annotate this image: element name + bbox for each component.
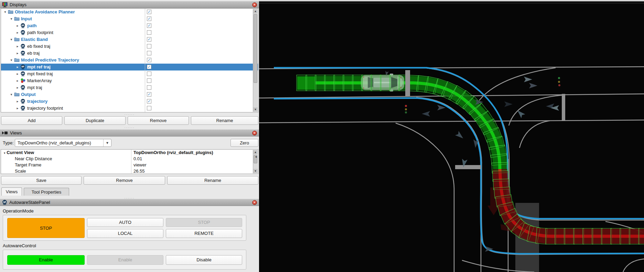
- close-icon[interactable]: ✕: [252, 2, 257, 7]
- chevron-down-icon[interactable]: ▾: [3, 9, 7, 15]
- scroll-down-icon[interactable]: ▼: [253, 107, 258, 112]
- rename-button[interactable]: Rename: [191, 116, 258, 125]
- scroll-up-icon[interactable]: ▲: [253, 150, 258, 154]
- tree-row[interactable]: ▾Obstacle Avoidance Planner✓: [1, 9, 258, 15]
- chevron-right-icon[interactable]: ▸: [15, 43, 20, 50]
- tree-row[interactable]: ▸path footprint: [1, 29, 258, 36]
- checkbox[interactable]: ✓: [147, 23, 151, 28]
- tree-row[interactable]: ▾Elastic Band✓: [1, 36, 258, 43]
- tree-row[interactable]: ▸mpt traj: [1, 84, 258, 91]
- save-button[interactable]: Save: [1, 176, 82, 185]
- disable-button[interactable]: Disable: [166, 255, 242, 265]
- tree-item-label: trajectory: [27, 98, 47, 105]
- chevron-right-icon[interactable]: ▸: [15, 64, 20, 70]
- tree-row[interactable]: ▾Output✓: [1, 91, 258, 98]
- close-icon[interactable]: ✕: [252, 131, 257, 135]
- checkbox[interactable]: [147, 44, 151, 48]
- property-row[interactable]: Target Frameviewer: [1, 162, 258, 168]
- chevron-down-icon[interactable]: ▾: [9, 57, 13, 64]
- tree-row[interactable]: ▸MarkerArray: [1, 77, 258, 84]
- scrollbar-thumb[interactable]: [254, 14, 257, 83]
- views-panel-titlebar[interactable]: Views ✕: [0, 129, 259, 137]
- displays-panel-title: Displays: [10, 2, 26, 7]
- close-icon[interactable]: ✕: [252, 200, 257, 205]
- property-name: ▾ Current View: [1, 150, 133, 156]
- chevron-right-icon[interactable]: ▸: [15, 98, 20, 105]
- remove-button[interactable]: Remove: [128, 116, 189, 125]
- duplicate-button[interactable]: Duplicate: [64, 116, 126, 125]
- property-row[interactable]: Near Clip Distance0.01: [1, 156, 258, 162]
- remove-button[interactable]: Remove: [84, 176, 165, 185]
- autoware-display-icon: [20, 30, 25, 35]
- tab-views[interactable]: Views: [1, 187, 22, 196]
- chevron-right-icon[interactable]: ▸: [15, 84, 20, 91]
- autoware-display-icon: [20, 51, 25, 56]
- enable-state-button[interactable]: Enable: [7, 255, 85, 265]
- stop-button-disabled[interactable]: STOP: [166, 218, 242, 227]
- property-value: 0.01: [131, 156, 253, 162]
- tree-row[interactable]: ▸eb traj: [1, 50, 258, 57]
- tree-item-label: Model Predictive Trajectory: [21, 57, 79, 64]
- checkbox[interactable]: ✓: [147, 10, 151, 14]
- chevron-down-icon[interactable]: ▾: [9, 15, 13, 22]
- checkbox[interactable]: ✓: [147, 58, 151, 62]
- panel-collapse-arrow[interactable]: ◂: [255, 154, 257, 159]
- splitter-handle[interactable]: ······: [0, 113, 259, 116]
- tree-row[interactable]: ▸mpt ref traj✓: [1, 64, 258, 70]
- chevron-right-icon[interactable]: ▸: [15, 22, 20, 29]
- tree-row[interactable]: ▸path✓: [1, 22, 258, 29]
- checkbox[interactable]: [147, 30, 151, 35]
- checkbox[interactable]: [147, 51, 151, 55]
- tree-row[interactable]: ▸trajectory footprint: [1, 105, 258, 112]
- chevron-down-icon: ▼: [103, 139, 111, 146]
- tree-row[interactable]: ▸mpt fixed traj: [1, 70, 258, 77]
- local-button[interactable]: LOCAL: [87, 229, 163, 238]
- tree-row[interactable]: ▾Input✓: [1, 15, 258, 22]
- checkbox[interactable]: ✓: [147, 99, 151, 104]
- scroll-up-icon[interactable]: ▲: [253, 9, 258, 13]
- tree-row[interactable]: ▾Model Predictive Trajectory✓: [1, 57, 258, 64]
- property-row[interactable]: Scale26.55: [1, 168, 258, 174]
- view-type-value: TopDownOrtho (rviz_default_plugins): [18, 140, 91, 145]
- tree-row[interactable]: ▸eb fixed traj: [1, 43, 258, 50]
- auto-button[interactable]: AUTO: [87, 218, 163, 227]
- chevron-right-icon[interactable]: ▸: [15, 50, 20, 57]
- property-row[interactable]: ▾ Current ViewTopDownOrtho (rviz_default…: [1, 150, 258, 156]
- checkbox[interactable]: ✓: [147, 37, 151, 42]
- displays-scrollbar[interactable]: ▲ ▼: [253, 9, 258, 112]
- checkbox[interactable]: [147, 78, 151, 83]
- tab-tool-properties[interactable]: Tool Properties: [24, 188, 69, 196]
- views-panel-title: Views: [10, 130, 22, 135]
- chevron-down-icon[interactable]: ▾: [9, 36, 13, 43]
- enable-button-disabled[interactable]: Enable: [87, 255, 163, 265]
- chevron-right-icon[interactable]: ▸: [15, 77, 20, 84]
- autoware-panel-titlebar[interactable]: AutowareStatePanel ✕: [0, 199, 259, 206]
- displays-tree[interactable]: ▾Obstacle Avoidance Planner✓▾Input✓▸path…: [1, 8, 258, 112]
- remote-button[interactable]: REMOTE: [166, 229, 242, 238]
- chevron-right-icon[interactable]: ▸: [15, 105, 20, 112]
- tree-column-divider: [145, 9, 145, 112]
- checkbox[interactable]: [147, 72, 151, 76]
- tree-item-label: Elastic Band: [21, 36, 48, 43]
- autoware-control-group: Enable Enable Disable: [3, 250, 246, 270]
- current-view-properties[interactable]: ▾ Current ViewTopDownOrtho (rviz_default…: [1, 149, 258, 174]
- operation-mode-state-button[interactable]: STOP: [7, 218, 85, 238]
- displays-panel-titlebar[interactable]: Displays ✕: [0, 1, 259, 8]
- chevron-right-icon[interactable]: ▸: [15, 70, 20, 77]
- tree-row[interactable]: ▸trajectory✓: [1, 98, 258, 105]
- checkbox[interactable]: ✓: [147, 92, 151, 97]
- splitter-handle[interactable]: ······: [0, 126, 259, 129]
- checkbox[interactable]: [147, 85, 151, 90]
- zero-button[interactable]: Zero: [230, 139, 258, 147]
- checkbox[interactable]: ✓: [147, 17, 151, 21]
- view-type-dropdown[interactable]: TopDownOrtho (rviz_default_plugins) ▼: [15, 139, 111, 147]
- views-scrollbar[interactable]: ▲ ▼: [253, 150, 258, 173]
- scroll-down-icon[interactable]: ▼: [253, 169, 258, 173]
- rename-button[interactable]: Rename: [167, 176, 258, 185]
- chevron-down-icon[interactable]: ▾: [9, 91, 13, 98]
- checkbox[interactable]: [147, 106, 151, 110]
- chevron-right-icon[interactable]: ▸: [15, 29, 20, 36]
- add-button[interactable]: Add: [1, 116, 62, 125]
- checkbox[interactable]: ✓: [147, 65, 151, 69]
- 3d-viewport[interactable]: [259, 0, 644, 272]
